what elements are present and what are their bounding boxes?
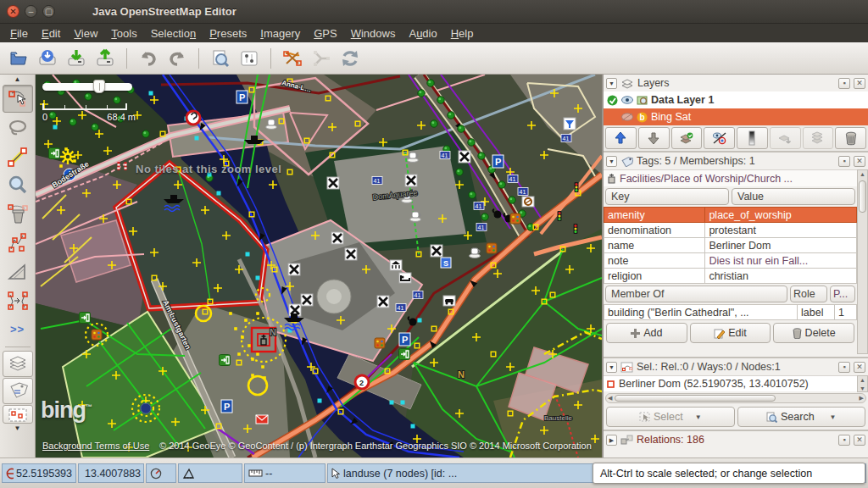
close-window-icon[interactable]: ✕: [7, 5, 19, 18]
zoom-to-selection-button[interactable]: [207, 46, 234, 71]
scroll-down-icon[interactable]: ▼: [14, 424, 21, 433]
merge-node-tool-button[interactable]: [3, 286, 33, 314]
layers-toggle-icon: [7, 353, 29, 375]
layers-panel-toggle[interactable]: [3, 351, 33, 377]
tags-collapse-icon[interactable]: ▼: [606, 156, 617, 167]
merge-layer-button[interactable]: [671, 127, 703, 149]
selection-list-item[interactable]: Berliner Dom (52.5190735, 13.4010752): [604, 375, 857, 391]
map-view[interactable]: PPPPS414141414141414141i2BodestraßeAm Lu…: [36, 75, 602, 458]
selection-panel-toggle[interactable]: [3, 405, 33, 424]
delete-tag-button[interactable]: Delete: [773, 323, 854, 343]
tags-scrollbar[interactable]: ▲: [857, 169, 868, 354]
draw-node-tool-button[interactable]: [3, 142, 33, 170]
relations-pin-icon[interactable]: ▪: [838, 435, 850, 446]
bing-layer-icon: b: [637, 112, 648, 123]
tags-pin-icon[interactable]: ▪: [838, 156, 850, 167]
relations-close-icon[interactable]: ✕: [854, 435, 865, 446]
menu-tools[interactable]: Tools: [104, 26, 143, 41]
search-button[interactable]: Search ▼: [737, 407, 866, 427]
menu-imagery[interactable]: Imagery: [253, 26, 307, 41]
tags-close-icon[interactable]: ✕: [854, 156, 865, 167]
minimize-window-icon[interactable]: –: [25, 5, 37, 18]
layer-dimmed-eye-icon[interactable]: [621, 113, 633, 121]
duplicate-layer-button[interactable]: [770, 127, 801, 149]
menu-windows[interactable]: Windows: [344, 26, 403, 41]
delete-tool-button[interactable]: [3, 200, 33, 228]
layer-visibility-button[interactable]: [704, 127, 735, 149]
scroll-up-icon[interactable]: ▲: [14, 75, 21, 84]
preset-link-label[interactable]: Facilities/Place of Worship/Church ...: [620, 173, 793, 185]
layers-pin-icon[interactable]: ▪: [838, 78, 850, 89]
layers-close-icon[interactable]: ✕: [854, 78, 865, 89]
scrollbar-thumb[interactable]: [859, 180, 866, 213]
tag-row[interactable]: noteDies ist nur ein Fall...: [604, 253, 857, 269]
selection-hscrollbar[interactable]: ◀ ▶: [605, 393, 866, 403]
menu-file[interactable]: File: [3, 26, 35, 41]
save-button[interactable]: [34, 46, 61, 71]
key-column-header[interactable]: Key: [605, 188, 729, 205]
tag-row[interactable]: denominationprotestant: [604, 223, 857, 238]
preferences-button[interactable]: [236, 46, 263, 71]
menu-presets[interactable]: Presets: [203, 26, 253, 41]
preset-link-row[interactable]: Facilities/Place of Worship/Church ...: [604, 169, 857, 186]
position-header[interactable]: P...: [830, 286, 855, 302]
tag-row[interactable]: religionchristian: [604, 269, 857, 284]
menu-gps[interactable]: GPS: [307, 26, 343, 41]
map-canvas[interactable]: PPPPS414141414141414141i2BodestraßeAm Lu…: [36, 75, 602, 458]
layer-row-bing-sat[interactable]: b Bing Sat: [604, 108, 868, 125]
zoom-slider-thumb[interactable]: [93, 80, 105, 93]
selection-collapse-icon[interactable]: ▼: [606, 362, 617, 373]
split-way-button[interactable]: [279, 46, 306, 71]
terms-of-use-link[interactable]: Background Terms of Use: [42, 441, 149, 451]
search-dropdown-arrow[interactable]: ▼: [830, 413, 837, 421]
add-tag-button[interactable]: Add: [606, 323, 687, 343]
parallel-tool-button[interactable]: [3, 229, 33, 257]
tag-row[interactable]: nameBerliner Dom: [604, 238, 857, 253]
menu-audio[interactable]: Audio: [402, 26, 443, 41]
layer-opacity-button[interactable]: [737, 127, 768, 149]
selection-close-icon[interactable]: ✕: [854, 362, 865, 373]
menu-help[interactable]: Help: [444, 26, 481, 41]
member-of-header[interactable]: Member Of: [605, 286, 787, 302]
map-zoom-slider[interactable]: [42, 83, 132, 91]
membership-row[interactable]: building ("Berlin Cathedral", ... label …: [604, 305, 857, 320]
more-tools-button[interactable]: >>: [3, 315, 33, 343]
maximize-window-icon[interactable]: ▢: [42, 5, 55, 18]
edit-tag-button[interactable]: Edit: [690, 323, 771, 343]
tags-panel-toggle[interactable]: [3, 378, 33, 404]
layer-move-down-button[interactable]: [638, 127, 670, 149]
selection-pin-icon[interactable]: ▪: [838, 362, 850, 373]
extrude-tool-button[interactable]: [3, 258, 33, 286]
heading-icon: [150, 468, 162, 480]
undo-button[interactable]: [135, 46, 162, 71]
zoom-tool-button[interactable]: [3, 171, 33, 199]
select-button[interactable]: Select ▼: [606, 407, 735, 427]
redo-button[interactable]: [164, 46, 191, 71]
angle-icon: [182, 468, 195, 479]
value-column-header[interactable]: Value: [732, 188, 855, 205]
lasso-tool-button[interactable]: [3, 114, 33, 141]
role-header[interactable]: Role: [790, 286, 827, 302]
menu-edit[interactable]: Edit: [35, 26, 67, 41]
latitude-icon: [6, 468, 14, 480]
tag-row[interactable]: amenityplace_of_worship: [604, 208, 857, 223]
download-button[interactable]: [63, 46, 90, 71]
layers-collapse-icon[interactable]: ▼: [606, 78, 617, 89]
selection-scrollbar[interactable]: ▲▼: [857, 375, 868, 392]
select-tool-button[interactable]: [3, 85, 33, 113]
menu-selection[interactable]: Selection: [144, 26, 203, 41]
layer-visible-eye-icon[interactable]: [621, 96, 633, 104]
delete-layer-button[interactable]: [835, 127, 866, 149]
relations-collapse-icon[interactable]: ▶: [606, 435, 617, 446]
layer-move-up-button[interactable]: [605, 127, 637, 149]
combine-way-button[interactable]: [308, 46, 335, 71]
layer-list-button[interactable]: [803, 127, 834, 149]
layer-row-data-layer[interactable]: Data Layer 1: [604, 92, 868, 108]
hscrollbar-thumb[interactable]: [615, 395, 776, 402]
open-button[interactable]: [5, 46, 32, 71]
upload-button[interactable]: [92, 46, 119, 71]
select-dropdown-arrow[interactable]: ▼: [695, 413, 702, 421]
refresh-button[interactable]: [337, 46, 364, 71]
scrollbar-up-icon[interactable]: ▲: [860, 170, 865, 179]
menu-view[interactable]: View: [67, 26, 104, 41]
